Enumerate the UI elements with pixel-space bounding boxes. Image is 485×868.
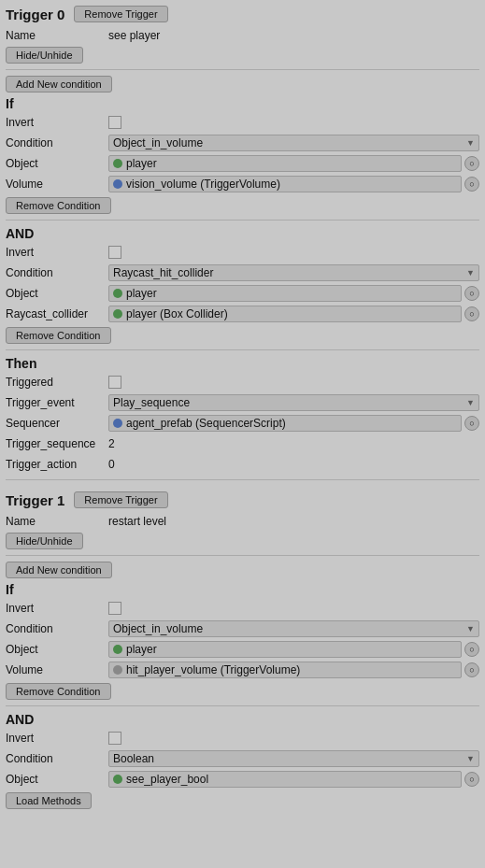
if-0-invert-row: Invert [6,113,479,132]
if-0-volume-dot [113,179,122,189]
trigger-1-title: Trigger 1 [6,492,64,508]
and-1-object-label: Object [6,773,108,786]
if-1-condition-dropdown[interactable]: Object_in_volume ▼ [108,620,479,637]
and-1-object-value: see_player_bool [126,773,208,786]
if-1-invert-label: Invert [6,602,108,615]
then-0-event-dropdown[interactable]: Play_sequence ▼ [108,394,479,411]
if-1-invert-checkbox[interactable] [108,602,121,615]
and-1-object-circle-btn[interactable]: ○ [464,772,479,787]
add-condition-1-button[interactable]: Add New condition [6,562,112,578]
trigger-0-title: Trigger 0 [6,7,64,22]
remove-trigger-0-button[interactable]: Remove Trigger [74,6,167,22]
if-0-condition-row: Condition Object_in_volume ▼ [6,134,479,152]
then-0-sequencer-circle-btn[interactable]: ○ [464,416,479,431]
divider-0b [6,220,479,221]
if-1-object-dot [113,645,122,654]
if-0-volume-value-box[interactable]: vision_volume (TriggerVolume) [108,176,462,192]
if-0-volume-value: vision_volume (TriggerVolume) [126,178,280,191]
if-0-invert-label: Invert [6,116,108,129]
then-0-sequencer-dot [113,419,122,428]
if-1-volume-row: Volume hit_player_volume (TriggerVolume)… [6,661,479,679]
then-0-triggered-checkbox[interactable] [108,376,121,389]
if-1-remove-condition-button[interactable]: Remove Condition [6,683,111,700]
and-1-load-methods-button[interactable]: Load Methods [6,792,92,809]
and-0-raycast-value-box[interactable]: player (Box Collider) [108,306,462,322]
and-0-raycast-circle-btn[interactable]: ○ [464,306,479,321]
then-0-sequencer-value: agent_prefab (SequencerScript) [126,417,286,430]
then-0-triggered-row: Triggered [6,373,479,391]
then-0-seq-label: Trigger_sequence [6,437,108,450]
and-0-object-value-box[interactable]: player [108,285,462,302]
if-0-volume-row: Volume vision_volume (TriggerVolume) ○ [6,175,479,193]
trigger-1-name-value: restart level [108,515,166,528]
and-0-condition-dropdown[interactable]: Raycast_hit_collider ▼ [108,264,479,281]
if-1-object-value-box[interactable]: player [108,641,462,658]
and-0-remove-row: Remove Condition [6,327,479,344]
and-0-invert-row: Invert [6,243,479,262]
trigger-0-name-label: Name [6,29,108,42]
then-0-triggered-label: Triggered [6,376,108,389]
trigger-1-hide-unhide-row: Hide/Unhide [6,533,479,549]
and-0-dropdown-arrow: ▼ [466,268,475,277]
and-0-raycast-dot [113,309,122,319]
and-0-label: AND [6,226,479,241]
trigger-0-block: Trigger 0 Remove Trigger Name see player… [0,0,485,480]
if-1-condition-value: Object_in_volume [113,622,203,635]
then-0-event-label: Trigger_event [6,396,108,409]
then-0-seq-value: 2 [108,437,115,450]
if-0-object-circle-btn[interactable]: ○ [464,156,479,171]
and-0-raycast-value: player (Box Collider) [126,307,228,320]
and-0-invert-label: Invert [6,246,108,259]
and-1-invert-checkbox[interactable] [108,732,121,745]
if-0-object-value-box[interactable]: player [108,155,462,172]
then-0-sequencer-value-box[interactable]: agent_prefab (SequencerScript) [108,415,462,432]
if-0-condition-dropdown[interactable]: Object_in_volume ▼ [108,135,479,151]
if-0-invert-checkbox[interactable] [108,116,121,129]
and-1-invert-label: Invert [6,732,108,745]
if-0-condition-value: Object_in_volume [113,136,203,149]
if-1-object-row: Object player ○ [6,640,479,659]
hide-unhide-0-button[interactable]: Hide/Unhide [6,47,83,64]
then-0-action-value: 0 [108,458,115,471]
then-0-event-arrow: ▼ [466,398,475,407]
and-1-object-row: Object see_player_bool ○ [6,770,479,789]
and-1-condition-label: Condition [6,752,108,765]
divider-1b [6,705,479,706]
if-1-object-label: Object [6,643,108,656]
if-1-volume-circle-btn[interactable]: ○ [464,662,479,677]
and-0-raycast-row: Raycast_collider player (Box Collider) ○ [6,305,479,323]
and-0-object-label: Object [6,287,108,300]
if-0-object-dot [113,159,122,168]
and-0-condition-label: Condition [6,266,108,279]
and-0-invert-checkbox[interactable] [108,246,121,259]
add-condition-1-area: Add New condition [6,562,479,578]
if-1-label: If [6,582,479,597]
if-0-remove-condition-button[interactable]: Remove Condition [6,197,111,214]
if-1-volume-value: hit_player_volume (TriggerVolume) [126,663,300,676]
if-0-condition-label: Condition [6,136,108,149]
if-1-object-circle-btn[interactable]: ○ [464,642,479,657]
then-0-action-label: Trigger_action [6,458,108,471]
and-0-object-value: player [126,287,157,300]
and-1-object-value-box[interactable]: see_player_bool [108,771,462,788]
trigger-1-block: Trigger 1 Remove Trigger Name restart le… [0,486,485,809]
and-0-remove-condition-button[interactable]: Remove Condition [6,327,111,344]
hide-unhide-1-button[interactable]: Hide/Unhide [6,533,83,549]
if-0-object-label: Object [6,157,108,170]
add-condition-0-button[interactable]: Add New condition [6,76,112,92]
remove-trigger-1-button[interactable]: Remove Trigger [74,491,167,508]
and-1-label: AND [6,712,479,727]
and-1-condition-dropdown[interactable]: Boolean ▼ [108,750,479,767]
if-1-volume-dot [113,665,122,675]
and-0-object-circle-btn[interactable]: ○ [464,286,479,301]
then-0-event-value: Play_sequence [113,396,190,409]
if-1-volume-label: Volume [6,663,108,676]
trigger-0-header: Trigger 0 Remove Trigger [6,6,479,22]
if-0-label: If [6,96,479,111]
if-0-volume-circle-btn[interactable]: ○ [464,177,479,192]
if-1-volume-value-box[interactable]: hit_player_volume (TriggerVolume) [108,662,462,678]
if-1-condition-row: Condition Object_in_volume ▼ [6,619,479,638]
if-0-dropdown-arrow: ▼ [466,138,475,148]
and-1-dropdown-arrow: ▼ [466,754,475,763]
divider-0d [6,479,479,480]
